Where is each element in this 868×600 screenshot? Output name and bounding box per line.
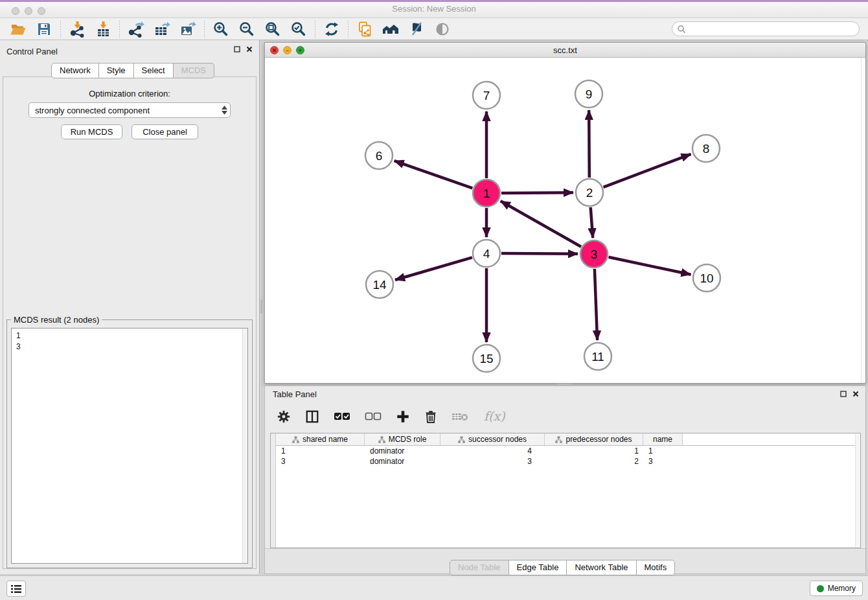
- zoom-selected-button[interactable]: [286, 19, 312, 39]
- edge-4-3[interactable]: [501, 253, 578, 254]
- task-history-button[interactable]: [6, 581, 26, 597]
- tab-select[interactable]: Select: [134, 63, 174, 78]
- close-panel-icon[interactable]: [852, 391, 859, 397]
- window-title: Session: New Session: [0, 4, 868, 14]
- node-10[interactable]: 10: [693, 264, 720, 292]
- float-panel-icon[interactable]: [840, 391, 847, 397]
- node-15[interactable]: 15: [473, 345, 500, 372]
- tab-node-table[interactable]: Node Table: [450, 560, 509, 575]
- node-7[interactable]: 7: [473, 82, 500, 109]
- function-builder-button[interactable]: f(x): [483, 409, 506, 424]
- cell-MCDS-role[interactable]: dominator: [365, 446, 440, 456]
- tab-network-table[interactable]: Network Table: [567, 560, 636, 575]
- cell-name[interactable]: 3: [643, 456, 683, 467]
- unselect-all-columns-button[interactable]: [365, 412, 382, 421]
- node-4[interactable]: 4: [473, 240, 500, 267]
- edge-4-14[interactable]: [395, 257, 472, 280]
- edge-1-2[interactable]: [501, 192, 573, 193]
- toolbar-separator: [60, 21, 61, 38]
- cell-MCDS-role[interactable]: dominator: [365, 456, 440, 467]
- zoom-in-button[interactable]: [208, 19, 234, 39]
- delete-columns-button[interactable]: [424, 410, 437, 424]
- network-graph[interactable]: 7968124314101511: [265, 58, 866, 384]
- import-table-button[interactable]: [90, 19, 116, 39]
- refresh-icon: [323, 21, 340, 38]
- edge-3-10[interactable]: [609, 257, 691, 275]
- table-row[interactable]: 3dominator323: [276, 456, 855, 467]
- cell-predecessor-nodes[interactable]: 2: [545, 456, 643, 467]
- network-canvas[interactable]: 7968124314101511: [265, 58, 865, 383]
- float-panel-icon[interactable]: [234, 46, 240, 52]
- edge-1-6[interactable]: [394, 161, 473, 188]
- tab-edge-table[interactable]: Edge Table: [509, 560, 567, 575]
- table-scrollbar[interactable]: [855, 433, 860, 548]
- delete-table-button[interactable]: [451, 411, 468, 422]
- table-options-button[interactable]: [277, 410, 291, 424]
- edge-3-1[interactable]: [501, 201, 581, 246]
- edge-3-11[interactable]: [595, 269, 597, 340]
- graphics-details-button[interactable]: [429, 19, 455, 39]
- node-8[interactable]: 8: [692, 135, 720, 162]
- column-header-MCDS-role[interactable]: MCDS role: [365, 433, 440, 445]
- export-image-button[interactable]: [175, 19, 201, 39]
- result-scrollbar[interactable]: [242, 329, 247, 563]
- tab-mcds[interactable]: MCDS: [174, 63, 214, 78]
- cell-shared-name[interactable]: 3: [276, 456, 365, 467]
- network-window-titlebar[interactable]: ✕ – + scc.txt: [265, 43, 865, 58]
- edge-2-3[interactable]: [591, 207, 593, 238]
- column-header-predecessor-nodes[interactable]: predecessor nodes: [545, 433, 643, 445]
- table-row[interactable]: 1dominator411: [276, 446, 855, 456]
- node-11[interactable]: 11: [584, 343, 611, 370]
- tab-motifs[interactable]: Motifs: [637, 560, 676, 575]
- run-mcds-button[interactable]: Run MCDS: [61, 124, 122, 139]
- search-field[interactable]: [672, 21, 860, 36]
- search-input[interactable]: [686, 23, 859, 35]
- checked-boxes-icon: [334, 412, 350, 421]
- tab-network[interactable]: Network: [51, 63, 99, 78]
- cell-name[interactable]: 1: [643, 446, 683, 456]
- select-all-columns-button[interactable]: [334, 412, 350, 421]
- cell-shared-name[interactable]: 1: [276, 446, 365, 456]
- node-6[interactable]: 6: [365, 142, 393, 169]
- edge-2-9[interactable]: [589, 110, 589, 178]
- criterion-select[interactable]: strongly connected component: [29, 102, 231, 118]
- mcds-result-textarea[interactable]: 13: [11, 328, 248, 564]
- split-divider-handle[interactable]: [260, 299, 262, 314]
- cell-successor-nodes[interactable]: 3: [440, 456, 545, 467]
- column-header-label: MCDS role: [389, 435, 427, 444]
- zoom-out-button[interactable]: [234, 19, 260, 39]
- open-session-button[interactable]: [5, 19, 31, 39]
- export-network-button[interactable]: [123, 19, 149, 39]
- refresh-layout-button[interactable]: [319, 19, 345, 39]
- home-layout-button[interactable]: [378, 19, 404, 39]
- node-14[interactable]: 14: [366, 271, 393, 298]
- import-network-icon: [69, 21, 86, 38]
- close-panel-icon[interactable]: [246, 46, 253, 52]
- column-header-label: shared name: [303, 435, 348, 444]
- node-1[interactable]: 1: [473, 179, 500, 207]
- node-label: 8: [703, 142, 710, 156]
- import-network-button[interactable]: [64, 19, 90, 39]
- optimization-criterion-label: Optimization criterion:: [0, 89, 259, 98]
- column-hierarchy-icon: [458, 436, 465, 443]
- style-flag-button[interactable]: [404, 19, 429, 39]
- node-2[interactable]: 2: [576, 179, 603, 206]
- save-session-button[interactable]: [31, 19, 57, 39]
- cell-predecessor-nodes[interactable]: 1: [545, 446, 643, 456]
- column-header-name[interactable]: name: [643, 433, 683, 445]
- close-panel-button[interactable]: Close panel: [131, 124, 198, 139]
- add-column-button[interactable]: [396, 410, 410, 424]
- column-header-shared-name[interactable]: shared name: [276, 433, 365, 445]
- edge-2-8[interactable]: [604, 154, 691, 187]
- zoom-fit-button[interactable]: [260, 19, 286, 39]
- show-columns-button[interactable]: [305, 410, 319, 424]
- tab-style[interactable]: Style: [99, 63, 134, 78]
- network-scrollbar[interactable]: [861, 58, 865, 383]
- export-table-button[interactable]: [149, 19, 175, 39]
- memory-button[interactable]: Memory: [810, 581, 863, 596]
- column-header-successor-nodes[interactable]: successor nodes: [440, 433, 545, 445]
- cell-successor-nodes[interactable]: 4: [440, 446, 545, 456]
- duplicate-network-button[interactable]: [352, 19, 378, 39]
- node-3[interactable]: 3: [580, 240, 608, 268]
- node-9[interactable]: 9: [575, 80, 602, 108]
